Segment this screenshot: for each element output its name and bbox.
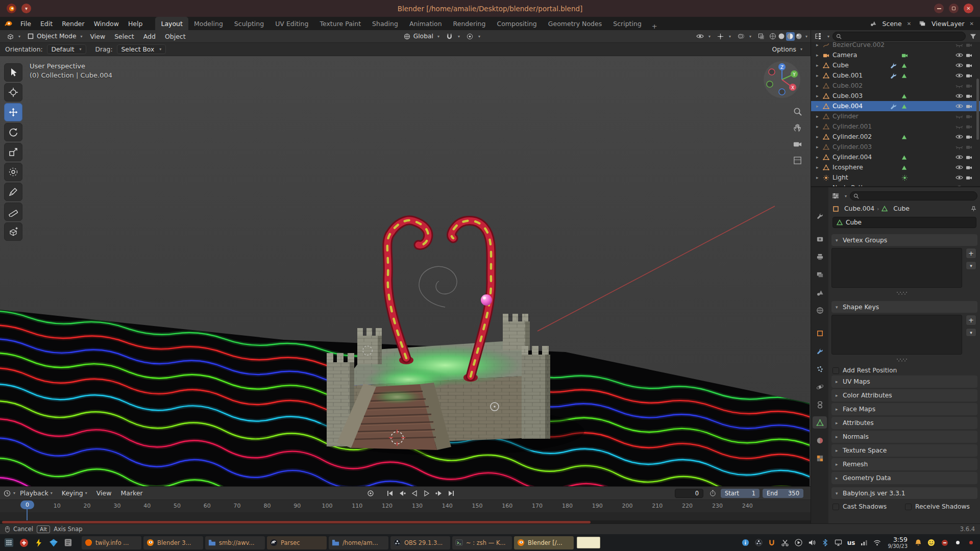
timeline-ruler[interactable]: 0102030405060708090100110120130140150160… <box>0 500 811 524</box>
select-box-tool[interactable] <box>4 63 22 82</box>
properties-physics-tab[interactable] <box>813 381 827 393</box>
properties-search-input[interactable] <box>861 193 974 199</box>
outliner-item-cylinder-002[interactable]: ▸ Cylinder.002 <box>811 132 980 142</box>
disclosure-triangle-icon[interactable]: ▸ <box>816 114 823 119</box>
properties-render-tab[interactable] <box>813 233 827 245</box>
panel-texture-space[interactable]: ▸Texture Space <box>831 444 977 457</box>
taskbar-window-blender[interactable]: Blender [/... <box>514 536 574 549</box>
outliner-item-cube-001[interactable]: ▸ Cube.001 <box>811 70 980 81</box>
gizmo-x-axis[interactable]: X <box>791 85 794 90</box>
options-dropdown[interactable]: Options▾ <box>769 43 805 56</box>
scale-tool[interactable] <box>4 143 22 161</box>
workspace-tab-uv-editing[interactable]: UV Editing <box>270 17 314 30</box>
gizmo-z-axis[interactable]: Z <box>780 65 783 70</box>
timeline-menu-marker[interactable]: Marker <box>116 487 148 499</box>
shading-solid-button[interactable] <box>777 32 786 41</box>
hide-in-viewport-toggle[interactable] <box>955 70 965 81</box>
cast-shadows-checkbox[interactable] <box>832 504 839 510</box>
add-workspace-button[interactable]: + <box>647 22 662 30</box>
xray-toggle[interactable] <box>754 30 769 42</box>
window-titlebar[interactable]: ▾ Blender [/home/amalie/Desktop/blender/… <box>0 0 980 17</box>
taskbar-window-smb-awv[interactable]: smb://awv... <box>205 536 265 549</box>
disable-in-renders-toggle[interactable] <box>966 111 975 121</box>
camera-view-icon[interactable] <box>791 138 803 150</box>
panel-uv-maps[interactable]: ▸UV Maps <box>831 375 977 388</box>
proportional-editing-toggle[interactable]: ▾ <box>463 30 483 42</box>
properties-output-tab[interactable] <box>813 251 827 263</box>
transform-orientation-selector[interactable]: Global▾ <box>400 30 443 42</box>
current-frame-field[interactable]: 0 <box>675 489 703 498</box>
workspace-tab-sculpting[interactable]: Sculpting <box>229 17 270 30</box>
next-keyframe-button[interactable] <box>433 488 445 498</box>
pinned-app-red-icon[interactable] <box>17 536 30 549</box>
list-resize-grip[interactable] <box>896 291 908 295</box>
show-gizmo-toggle[interactable]: ▾ <box>714 30 734 42</box>
view-layer-selector[interactable]: ViewLayer <box>928 19 968 29</box>
play-reverse-button[interactable] <box>408 488 421 498</box>
tray-overflow-dot[interactable] <box>953 538 962 547</box>
scene-selector[interactable]: Scene <box>879 19 905 29</box>
panel-shape-keys[interactable]: ▾Shape Keys <box>831 301 977 313</box>
orientation-dropdown[interactable]: Default▾ <box>47 44 86 54</box>
show-overlays-toggle[interactable]: ▾ <box>734 30 754 42</box>
hide-in-viewport-toggle[interactable] <box>955 60 965 70</box>
hide-in-viewport-toggle[interactable] <box>955 132 965 142</box>
outliner-editor-icon[interactable] <box>814 32 822 40</box>
disable-in-renders-toggle[interactable] <box>966 60 975 70</box>
obs-tray-icon[interactable] <box>754 538 763 547</box>
gizmo-y-axis[interactable]: Y <box>792 72 796 77</box>
zoom-icon[interactable] <box>791 105 803 117</box>
taskbar-window-blender-3[interactable]: Blender 3... <box>143 536 203 549</box>
disable-in-renders-toggle[interactable] <box>966 40 975 50</box>
list-resize-grip[interactable] <box>896 358 908 362</box>
pinned-app-bolt-icon[interactable] <box>32 536 45 549</box>
disable-in-renders-toggle[interactable] <box>966 152 975 162</box>
disclosure-triangle-icon[interactable]: ▸ <box>816 144 823 149</box>
3d-viewport[interactable]: User Perspective (0) Collection | Cube.0… <box>0 56 811 486</box>
disclosure-triangle-icon[interactable]: ▸ <box>816 53 823 58</box>
remove-view-layer-icon[interactable]: ✕ <box>970 21 974 27</box>
timeline-track[interactable] <box>0 512 811 520</box>
info-tray-icon[interactable] <box>741 538 750 547</box>
properties-modifiers-tab[interactable] <box>813 345 827 357</box>
disable-in-renders-toggle[interactable] <box>966 121 975 132</box>
spiral-curve[interactable] <box>419 266 457 307</box>
properties-scene-tab[interactable] <box>813 286 827 298</box>
keyboard-layout-indicator[interactable]: us <box>847 539 855 546</box>
disable-in-renders-toggle[interactable] <box>966 183 975 186</box>
cursor-tool[interactable] <box>4 83 22 102</box>
taskbar-window-parsec[interactable]: Parsec <box>267 536 327 549</box>
properties-constraints-tab[interactable] <box>813 398 827 411</box>
hide-in-viewport-toggle[interactable] <box>955 91 965 101</box>
hide-in-viewport-toggle[interactable] <box>955 142 965 152</box>
timeline-menu-keying[interactable]: Keying▾ <box>57 487 92 499</box>
workspace-tab-rendering[interactable]: Rendering <box>448 17 492 30</box>
pinned-app-gem-icon[interactable] <box>47 536 60 549</box>
workspace-tab-scripting[interactable]: Scripting <box>607 17 647 30</box>
outliner-item-icosphere[interactable]: ▸ Icosphere <box>811 162 980 172</box>
hide-in-viewport-toggle[interactable] <box>955 101 965 111</box>
properties-object-data-tab[interactable] <box>813 416 827 429</box>
viewport-menu-object[interactable]: Object <box>160 30 190 42</box>
properties-view-layer-tab[interactable] <box>813 268 827 281</box>
disclosure-triangle-icon[interactable]: ▸ <box>816 42 823 47</box>
outliner-item-cube-004[interactable]: ▸ Cube.004 <box>811 101 980 111</box>
menu-help[interactable]: Help <box>124 17 148 30</box>
snap-toggle[interactable]: ▾ <box>443 30 463 42</box>
drag-dropdown[interactable]: Select Box▾ <box>117 44 166 54</box>
workspace-tab-animation[interactable]: Animation <box>404 17 448 30</box>
hide-in-viewport-toggle[interactable] <box>955 162 965 172</box>
display-tray-icon[interactable] <box>834 538 843 547</box>
previous-keyframe-button[interactable] <box>396 488 408 498</box>
hide-in-viewport-toggle[interactable] <box>955 172 965 183</box>
auto-keying-toggle[interactable] <box>364 488 377 498</box>
outliner-item-cylinder-004[interactable]: ▸ Cylinder.004 <box>811 152 980 162</box>
minimize-button[interactable] <box>934 4 944 13</box>
workspace-tab-modeling[interactable]: Modeling <box>188 17 229 30</box>
disable-in-renders-toggle[interactable] <box>966 162 975 172</box>
portal-platform[interactable] <box>314 314 584 456</box>
workspace-tab-texture-paint[interactable]: Texture Paint <box>314 17 366 30</box>
shape-keys-list[interactable] <box>831 315 962 355</box>
add-vertex-group-button[interactable]: + <box>966 248 976 259</box>
disclosure-triangle-icon[interactable]: ▸ <box>816 155 823 160</box>
